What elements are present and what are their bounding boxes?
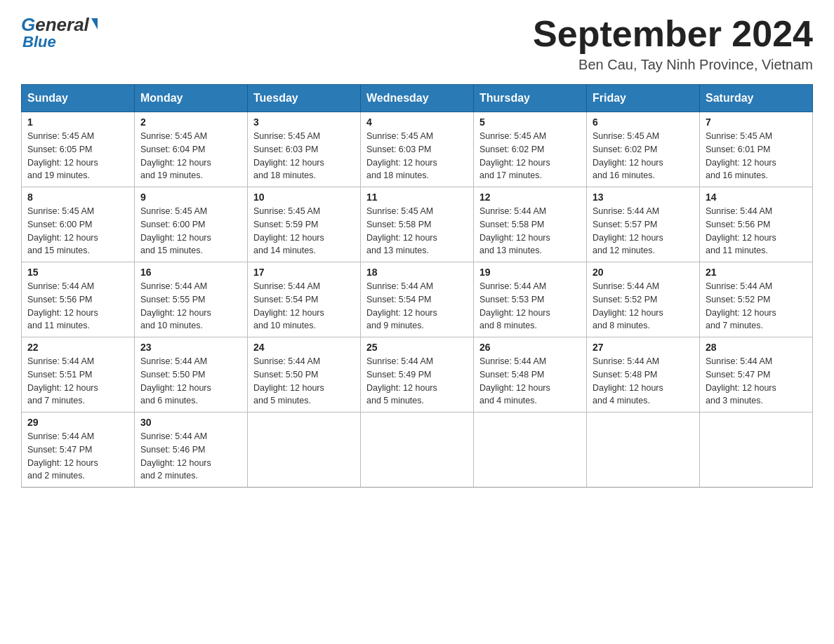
table-row: 26Sunrise: 5:44 AMSunset: 5:48 PMDayligh… — [474, 337, 587, 412]
logo-triangle-icon — [91, 18, 98, 29]
col-sunday: Sunday — [22, 85, 135, 112]
day-number: 29 — [27, 417, 128, 428]
day-number: 22 — [27, 342, 128, 353]
table-row: 5Sunrise: 5:45 AMSunset: 6:02 PMDaylight… — [474, 112, 587, 187]
logo-area: G eneral Blue — [21, 14, 98, 51]
calendar-week-row: 22Sunrise: 5:44 AMSunset: 5:51 PMDayligh… — [22, 337, 813, 412]
logo-blue-text: Blue — [22, 33, 56, 51]
table-row: 19Sunrise: 5:44 AMSunset: 5:53 PMDayligh… — [474, 262, 587, 337]
table-row: 22Sunrise: 5:44 AMSunset: 5:51 PMDayligh… — [22, 337, 135, 412]
table-row: 14Sunrise: 5:44 AMSunset: 5:56 PMDayligh… — [700, 187, 813, 262]
table-row: 9Sunrise: 5:45 AMSunset: 6:00 PMDaylight… — [135, 187, 248, 262]
table-row — [474, 412, 587, 488]
day-number: 19 — [479, 267, 581, 278]
day-info: Sunrise: 5:45 AMSunset: 6:01 PMDaylight:… — [706, 130, 807, 182]
day-info: Sunrise: 5:45 AMSunset: 6:04 PMDaylight:… — [140, 130, 241, 182]
table-row: 27Sunrise: 5:44 AMSunset: 5:48 PMDayligh… — [587, 337, 700, 412]
table-row: 3Sunrise: 5:45 AMSunset: 6:03 PMDaylight… — [248, 112, 361, 187]
day-number: 11 — [366, 192, 468, 203]
table-row: 21Sunrise: 5:44 AMSunset: 5:52 PMDayligh… — [700, 262, 813, 337]
day-info: Sunrise: 5:44 AMSunset: 5:47 PMDaylight:… — [706, 355, 807, 408]
table-row: 23Sunrise: 5:44 AMSunset: 5:50 PMDayligh… — [135, 337, 248, 412]
day-number: 17 — [253, 267, 355, 278]
day-number: 12 — [479, 192, 581, 203]
calendar-week-row: 29Sunrise: 5:44 AMSunset: 5:47 PMDayligh… — [22, 412, 813, 488]
day-info: Sunrise: 5:44 AMSunset: 5:55 PMDaylight:… — [140, 280, 241, 333]
table-row: 18Sunrise: 5:44 AMSunset: 5:54 PMDayligh… — [361, 262, 474, 337]
table-row: 28Sunrise: 5:44 AMSunset: 5:47 PMDayligh… — [700, 337, 813, 412]
day-number: 30 — [140, 417, 241, 428]
day-info: Sunrise: 5:44 AMSunset: 5:48 PMDaylight:… — [479, 355, 581, 408]
day-number: 6 — [593, 116, 694, 128]
day-info: Sunrise: 5:44 AMSunset: 5:52 PMDaylight:… — [593, 280, 694, 333]
day-info: Sunrise: 5:44 AMSunset: 5:52 PMDaylight:… — [706, 280, 807, 333]
day-number: 8 — [27, 192, 128, 203]
day-info: Sunrise: 5:45 AMSunset: 6:00 PMDaylight:… — [140, 205, 241, 257]
day-number: 20 — [593, 267, 694, 278]
day-number: 3 — [253, 116, 355, 128]
col-saturday: Saturday — [700, 85, 813, 112]
day-info: Sunrise: 5:45 AMSunset: 6:00 PMDaylight:… — [27, 205, 128, 257]
day-info: Sunrise: 5:45 AMSunset: 6:03 PMDaylight:… — [253, 130, 355, 182]
col-tuesday: Tuesday — [248, 85, 361, 112]
table-row: 13Sunrise: 5:44 AMSunset: 5:57 PMDayligh… — [587, 187, 700, 262]
table-row — [700, 412, 813, 488]
table-row: 25Sunrise: 5:44 AMSunset: 5:49 PMDayligh… — [361, 337, 474, 412]
calendar-week-row: 8Sunrise: 5:45 AMSunset: 6:00 PMDaylight… — [22, 187, 813, 262]
table-row: 6Sunrise: 5:45 AMSunset: 6:02 PMDaylight… — [587, 112, 700, 187]
day-info: Sunrise: 5:44 AMSunset: 5:54 PMDaylight:… — [253, 280, 355, 333]
table-row — [248, 412, 361, 488]
table-row: 4Sunrise: 5:45 AMSunset: 6:03 PMDaylight… — [361, 112, 474, 187]
day-info: Sunrise: 5:44 AMSunset: 5:50 PMDaylight:… — [140, 355, 241, 408]
table-row: 11Sunrise: 5:45 AMSunset: 5:58 PMDayligh… — [361, 187, 474, 262]
col-monday: Monday — [135, 85, 248, 112]
day-number: 16 — [140, 267, 241, 278]
day-number: 1 — [27, 116, 128, 128]
day-info: Sunrise: 5:44 AMSunset: 5:51 PMDaylight:… — [27, 355, 128, 408]
day-number: 27 — [593, 342, 694, 353]
day-info: Sunrise: 5:44 AMSunset: 5:58 PMDaylight:… — [479, 205, 581, 257]
day-info: Sunrise: 5:45 AMSunset: 6:03 PMDaylight:… — [366, 130, 468, 182]
col-wednesday: Wednesday — [361, 85, 474, 112]
col-thursday: Thursday — [474, 85, 587, 112]
table-row: 10Sunrise: 5:45 AMSunset: 5:59 PMDayligh… — [248, 187, 361, 262]
col-friday: Friday — [587, 85, 700, 112]
table-row: 17Sunrise: 5:44 AMSunset: 5:54 PMDayligh… — [248, 262, 361, 337]
day-info: Sunrise: 5:44 AMSunset: 5:46 PMDaylight:… — [140, 430, 241, 483]
day-number: 9 — [140, 192, 241, 203]
calendar-table: Sunday Monday Tuesday Wednesday Thursday… — [21, 84, 813, 488]
title-area: September 2024 Ben Cau, Tay Ninh Provinc… — [533, 14, 813, 73]
day-info: Sunrise: 5:45 AMSunset: 6:02 PMDaylight:… — [479, 130, 581, 182]
day-number: 7 — [706, 116, 807, 128]
subtitle: Ben Cau, Tay Ninh Province, Vietnam — [533, 57, 813, 73]
calendar-week-row: 15Sunrise: 5:44 AMSunset: 5:56 PMDayligh… — [22, 262, 813, 337]
day-number: 15 — [27, 267, 128, 278]
table-row: 7Sunrise: 5:45 AMSunset: 6:01 PMDaylight… — [700, 112, 813, 187]
day-info: Sunrise: 5:44 AMSunset: 5:50 PMDaylight:… — [253, 355, 355, 408]
table-row: 12Sunrise: 5:44 AMSunset: 5:58 PMDayligh… — [474, 187, 587, 262]
day-number: 2 — [140, 116, 241, 128]
table-row: 24Sunrise: 5:44 AMSunset: 5:50 PMDayligh… — [248, 337, 361, 412]
day-number: 4 — [366, 116, 468, 128]
day-info: Sunrise: 5:44 AMSunset: 5:54 PMDaylight:… — [366, 280, 468, 333]
table-row — [361, 412, 474, 488]
day-number: 23 — [140, 342, 241, 353]
table-row: 2Sunrise: 5:45 AMSunset: 6:04 PMDaylight… — [135, 112, 248, 187]
day-number: 25 — [366, 342, 468, 353]
calendar-week-row: 1Sunrise: 5:45 AMSunset: 6:05 PMDaylight… — [22, 112, 813, 187]
day-info: Sunrise: 5:44 AMSunset: 5:57 PMDaylight:… — [593, 205, 694, 257]
day-number: 21 — [706, 267, 807, 278]
table-row: 1Sunrise: 5:45 AMSunset: 6:05 PMDaylight… — [22, 112, 135, 187]
day-number: 14 — [706, 192, 807, 203]
day-number: 24 — [253, 342, 355, 353]
table-row: 8Sunrise: 5:45 AMSunset: 6:00 PMDaylight… — [22, 187, 135, 262]
table-row: 15Sunrise: 5:44 AMSunset: 5:56 PMDayligh… — [22, 262, 135, 337]
day-info: Sunrise: 5:44 AMSunset: 5:47 PMDaylight:… — [27, 430, 128, 483]
table-row: 20Sunrise: 5:44 AMSunset: 5:52 PMDayligh… — [587, 262, 700, 337]
day-info: Sunrise: 5:45 AMSunset: 5:58 PMDaylight:… — [366, 205, 468, 257]
day-info: Sunrise: 5:44 AMSunset: 5:56 PMDaylight:… — [706, 205, 807, 257]
day-info: Sunrise: 5:44 AMSunset: 5:56 PMDaylight:… — [27, 280, 128, 333]
calendar-header-row: Sunday Monday Tuesday Wednesday Thursday… — [22, 85, 813, 112]
day-number: 18 — [366, 267, 468, 278]
day-number: 28 — [706, 342, 807, 353]
